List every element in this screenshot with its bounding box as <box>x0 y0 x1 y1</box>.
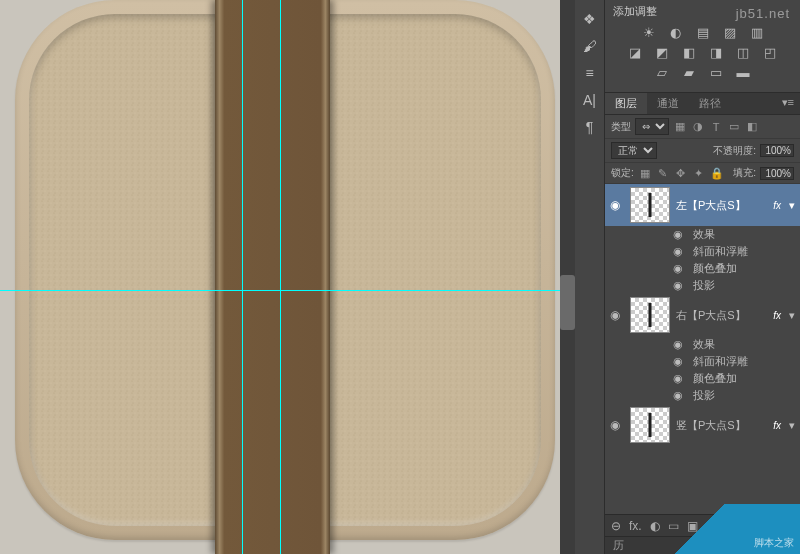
filter-smart-icon[interactable]: ◧ <box>745 120 759 134</box>
adj-grad-icon[interactable]: ▭ <box>708 64 725 81</box>
filter-text-icon[interactable]: T <box>709 120 723 134</box>
layer-row[interactable]: ◉ 右【P大点S】 fx ▾ ◉效果 ◉斜面和浮雕 ◉颜色叠加 ◉投影 <box>605 294 800 404</box>
adj-vibrance-icon[interactable]: ▥ <box>748 24 765 41</box>
visibility-icon[interactable]: ◉ <box>673 245 687 258</box>
watermark-text: 脚本之家 <box>754 536 794 550</box>
layer-thumbnail[interactable] <box>630 407 670 443</box>
adj-channel-icon[interactable]: ◨ <box>708 44 725 61</box>
nav-icon[interactable]: ≡ <box>578 61 602 85</box>
brush-icon[interactable]: 🖌 <box>578 34 602 58</box>
layer-name[interactable]: 竖【P大点S】 <box>676 418 767 433</box>
lock-pixel-icon[interactable]: ▦ <box>638 166 652 180</box>
layer-thumbnail[interactable] <box>630 187 670 223</box>
fx-bevel[interactable]: 斜面和浮雕 <box>693 244 748 259</box>
tab-paths[interactable]: 路径 <box>689 93 731 114</box>
guide-vertical-1[interactable] <box>242 0 243 554</box>
history-icon[interactable]: ❖ <box>578 7 602 31</box>
visibility-icon[interactable]: ◉ <box>673 355 687 368</box>
chevron-down-icon[interactable]: ▾ <box>789 419 795 432</box>
layer-row[interactable]: ◉ 左【P大点S】 fx ▾ ◉效果 ◉斜面和浮雕 ◉颜色叠加 ◉投影 <box>605 184 800 294</box>
visibility-icon[interactable]: ◉ <box>610 308 624 322</box>
panel-dock: ❖ 🖌 ≡ A| ¶ <box>575 0 605 554</box>
panel-menu-icon[interactable]: ▾≡ <box>776 93 800 114</box>
opacity-label: 不透明度: <box>713 144 756 158</box>
lock-art-icon[interactable]: ✦ <box>692 166 706 180</box>
filter-shape-icon[interactable]: ▭ <box>727 120 741 134</box>
adj-levels-icon[interactable]: ◐ <box>667 24 684 41</box>
lock-row: 锁定: ▦ ✎ ✥ ✦ 🔒 填充: <box>605 163 800 184</box>
layer-row[interactable]: ◉ 竖【P大点S】 fx ▾ <box>605 404 800 446</box>
lock-paint-icon[interactable]: ✎ <box>656 166 670 180</box>
blend-row: 正常 不透明度: <box>605 139 800 163</box>
icon-strap-shape <box>215 0 330 554</box>
filter-adjust-icon[interactable]: ◑ <box>691 120 705 134</box>
adj-poster-icon[interactable]: ▱ <box>654 64 671 81</box>
opacity-input[interactable] <box>760 144 794 157</box>
visibility-icon[interactable]: ◉ <box>673 262 687 275</box>
panel-tabs: 图层 通道 路径 ▾≡ <box>605 93 800 115</box>
visibility-icon[interactable]: ◉ <box>673 338 687 351</box>
visibility-icon[interactable]: ◉ <box>610 198 624 212</box>
filter-pixel-icon[interactable]: ▦ <box>673 120 687 134</box>
fill-input[interactable] <box>760 167 794 180</box>
guide-horizontal[interactable] <box>0 290 575 291</box>
kind-label: 类型 <box>611 120 631 134</box>
lock-all-icon[interactable]: 🔒 <box>710 166 724 180</box>
adj-hue-icon[interactable]: ◪ <box>627 44 644 61</box>
fill-label: 填充: <box>733 166 756 180</box>
fx-badge[interactable]: fx <box>773 200 783 211</box>
layer-name[interactable]: 左【P大点S】 <box>676 198 767 213</box>
visibility-icon[interactable]: ◉ <box>673 279 687 292</box>
kind-select[interactable]: ⇔ <box>635 118 669 135</box>
fx-shadow[interactable]: 投影 <box>693 388 715 403</box>
fx-list: ◉效果 ◉斜面和浮雕 ◉颜色叠加 ◉投影 <box>605 226 800 294</box>
chevron-down-icon[interactable]: ▾ <box>789 309 795 322</box>
fx-badge[interactable]: fx <box>773 310 783 321</box>
adj-curves-icon[interactable]: ▤ <box>694 24 711 41</box>
adj-exposure-icon[interactable]: ▨ <box>721 24 738 41</box>
adj-thresh-icon[interactable]: ▰ <box>681 64 698 81</box>
visibility-icon[interactable]: ◉ <box>673 228 687 241</box>
fx-bevel[interactable]: 斜面和浮雕 <box>693 354 748 369</box>
adj-invert-icon[interactable]: ◰ <box>762 44 779 61</box>
visibility-icon[interactable]: ◉ <box>673 372 687 385</box>
blend-mode-select[interactable]: 正常 <box>611 142 657 159</box>
layer-filter-row: 类型 ⇔ ▦ ◑ T ▭ ◧ <box>605 115 800 139</box>
layer-thumbnail[interactable] <box>630 297 670 333</box>
char-icon[interactable]: A| <box>578 88 602 112</box>
adj-lut-icon[interactable]: ◫ <box>735 44 752 61</box>
scrollbar-thumb[interactable] <box>560 275 575 330</box>
link-icon[interactable]: ⊖ <box>611 519 621 533</box>
fx-list: ◉效果 ◉斜面和浮雕 ◉颜色叠加 ◉投影 <box>605 336 800 404</box>
para-icon[interactable]: ¶ <box>578 115 602 139</box>
adj-select-icon[interactable]: ▬ <box>735 64 752 81</box>
tab-channels[interactable]: 通道 <box>647 93 689 114</box>
visibility-icon[interactable]: ◉ <box>673 389 687 402</box>
chevron-down-icon[interactable]: ▾ <box>789 199 795 212</box>
panel-stack: 添加调整 ☀ ◐ ▤ ▨ ▥ ◪ ◩ ◧ ◨ ◫ ◰ ▱ ▰ ▭ ▬ <box>605 0 800 554</box>
fx-color-overlay[interactable]: 颜色叠加 <box>693 261 737 276</box>
layer-name[interactable]: 右【P大点S】 <box>676 308 767 323</box>
right-panels: ❖ 🖌 ≡ A| ¶ 添加调整 ☀ ◐ ▤ ▨ ▥ ◪ ◩ ◧ ◨ ◫ ◰ <box>575 0 800 554</box>
watermark-corner: 脚本之家 <box>640 504 800 554</box>
fx-heading: 效果 <box>693 227 715 242</box>
layers-list[interactable]: ◉ 左【P大点S】 fx ▾ ◉效果 ◉斜面和浮雕 ◉颜色叠加 ◉投影 ◉ <box>605 184 800 514</box>
fx-color-overlay[interactable]: 颜色叠加 <box>693 371 737 386</box>
lock-label: 锁定: <box>611 166 634 180</box>
guide-vertical-2[interactable] <box>280 0 281 554</box>
adj-bw-icon[interactable]: ◩ <box>654 44 671 61</box>
adj-brightness-icon[interactable]: ☀ <box>640 24 657 41</box>
adj-photo-icon[interactable]: ◧ <box>681 44 698 61</box>
tab-layers[interactable]: 图层 <box>605 93 647 114</box>
fx-badge[interactable]: fx <box>773 420 783 431</box>
canvas-scrollbar-v[interactable] <box>560 0 575 554</box>
canvas[interactable] <box>0 0 575 554</box>
watermark-top: jb51.net <box>736 6 790 21</box>
lock-move-icon[interactable]: ✥ <box>674 166 688 180</box>
fx-heading: 效果 <box>693 337 715 352</box>
visibility-icon[interactable]: ◉ <box>610 418 624 432</box>
fx-shadow[interactable]: 投影 <box>693 278 715 293</box>
